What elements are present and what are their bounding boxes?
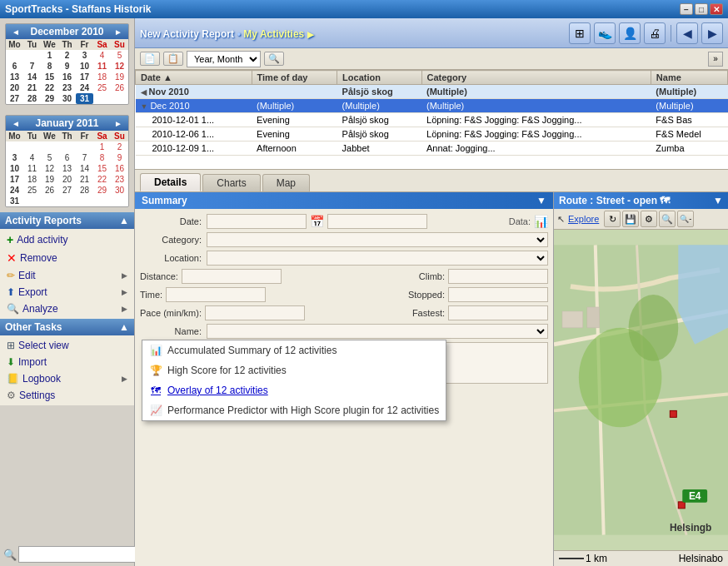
sidebar-search-bar: 🔍 [3,546,131,563]
sidebar-item-import[interactable]: ⬇ Import [0,354,134,370]
doc-btn[interactable]: 📄 [140,52,160,66]
table-row[interactable]: ▼Dec 2010 (Multiple) (Multiple) (Multipl… [136,99,728,113]
sidebar-item-edit[interactable]: ✏ Edit ▶ [0,267,134,284]
title-bar: SportTracks - Staffans Historik − □ ✕ [0,0,728,18]
map-toolbar: ↖ Explore ↻ 💾 ⚙ 🔍 🔍- [554,209,728,230]
overlay-icon: 🗺 [149,384,162,397]
summary-header: Summary ▼ [135,192,553,209]
explore-label[interactable]: Explore [568,214,599,224]
date-input2[interactable] [327,214,427,229]
calendar-header-january: ◄ January 2011 ► [6,116,128,131]
name-label: Name: [140,326,207,336]
accumulated-icon: 📊 [149,344,162,357]
svg-rect-5 [670,410,676,417]
pace-label: Pace (min/km): [140,308,205,318]
highscore-icon: 🏆 [149,364,162,377]
search-icon: 🔍 [3,549,17,561]
popup-item-accumulated[interactable]: 📊 Accumulated Summary of 12 activities [142,340,446,360]
map-zoom-out-btn[interactable]: 🔍- [677,211,694,227]
activity-reports-items: + Add activity ✕ Remove ✏ Edit ▶ ⬆ Expor… [0,229,134,319]
activity-reports-header[interactable]: Activity Reports ▲ [0,212,134,229]
tab-details[interactable]: Details [140,173,201,191]
calendar-icon[interactable]: 📅 [310,215,324,228]
analyze-arrow: ▶ [122,305,127,313]
svg-rect-3 [562,311,583,328]
svg-rect-4 [587,307,600,328]
data-icon[interactable]: 📊 [534,215,548,228]
popup-item-predictor[interactable]: 📈 Performance Predictor with High Score … [142,400,446,420]
toolbar-forward-btn[interactable]: ▶ [701,22,723,44]
fastest-label: Fastest: [412,308,448,318]
sidebar: ◄ December 2010 ► Mo Tu We Th Fr Sa Su 1 [0,18,135,566]
sidebar-item-add-activity[interactable]: + Add activity [0,231,134,249]
table-row[interactable]: 2010-12-09 1... Afternoon Jabbet Annat: … [136,142,728,156]
predictor-icon: 📈 [149,404,162,417]
toolbar-back-btn[interactable]: ◀ [676,22,698,44]
search-input[interactable] [18,546,142,563]
pace-input[interactable] [205,305,305,320]
map-body[interactable]: E4 Helsingb [554,230,728,550]
calendar-grid-december: 1 2 3 4 5 6 7 8 9 10 11 12 13 14 15 16 1 [6,50,128,104]
map-dropdown-btn[interactable]: ▼ [713,195,723,206]
date-label: Date: [140,216,207,226]
analyze-icon: 🔍 [7,303,19,315]
sidebar-item-select-view[interactable]: ⊞ Select view [0,337,134,354]
map-refresh-btn[interactable]: ↻ [604,211,621,227]
table-row[interactable]: 2010-12-06 1... Evening Pålsjö skog Löpn… [136,127,728,142]
calendar-next-january[interactable]: ► [112,119,125,128]
popup-item-overlay[interactable]: 🗺 Overlay of 12 activities [142,380,446,400]
climb-input[interactable] [448,269,548,284]
toolbar-grid-btn[interactable]: ⊞ [569,22,591,44]
location-label: Location: [140,253,207,263]
popup-item-highscore[interactable]: 🏆 High Score for 12 activities [142,360,446,380]
name-select[interactable] [207,324,548,339]
stopped-input[interactable] [448,287,548,302]
logbook-arrow: ▶ [122,375,127,383]
content-area: New Activity Report • My Activities ▶ ⊞ … [135,18,728,566]
sidebar-item-export[interactable]: ⬆ Export ▶ [0,284,134,300]
svg-text:E4: E4 [689,490,701,502]
sidebar-item-settings[interactable]: ⚙ Settings [0,387,134,404]
sidebar-item-remove[interactable]: ✕ Remove [0,249,134,267]
time-input[interactable] [166,287,266,302]
view-select[interactable]: Year, Month [187,51,261,67]
summary-dropdown-btn[interactable]: ▼ [536,195,546,206]
close-button[interactable]: ✕ [710,3,723,15]
col-category: Category [421,71,651,85]
sidebar-item-logbook[interactable]: 📒 Logbook ▶ [0,370,134,387]
minimize-button[interactable]: − [680,3,693,15]
expand-btn[interactable]: » [708,52,723,67]
details-map-container: Summary ▼ Date: 📅 Data: 📊 Cat [135,192,728,566]
toolbar-print-btn[interactable]: 🖨 [644,22,666,44]
toolbar-shoe-btn[interactable]: 👟 [594,22,616,44]
map-save-btn[interactable]: 💾 [622,211,639,227]
form-row-pace-fastest: Pace (min/km): Fastest: [140,305,548,320]
map-settings-btn[interactable]: ⚙ [641,211,657,227]
tabs-container: Details Charts Map [135,170,728,192]
maximize-button[interactable]: □ [695,3,708,15]
table-row[interactable]: 2010-12-01 1... Evening Pålsjö skog Löpn… [136,113,728,127]
map-zoom-in-btn[interactable]: 🔍 [659,211,676,227]
category-select[interactable] [207,232,548,247]
window-controls: − □ ✕ [680,3,723,15]
date-input[interactable] [207,214,307,229]
calendar-prev-january[interactable]: ◄ [9,119,22,128]
calendar-prev-december[interactable]: ◄ [9,27,22,37]
tab-map[interactable]: Map [262,174,310,191]
add-icon: + [7,233,13,246]
tab-charts[interactable]: Charts [202,174,260,191]
search-filter-btn[interactable]: 🔍 [264,52,284,66]
distance-input[interactable] [182,269,282,284]
clipboard-btn[interactable]: 📋 [163,52,183,66]
calendar-next-december[interactable]: ► [112,27,125,37]
sidebar-item-analyze[interactable]: 🔍 Analyze ▶ [0,300,134,317]
location-select[interactable] [207,251,548,266]
distance-label: Distance: [140,271,182,281]
other-tasks-header[interactable]: Other Tasks ▲ [0,319,134,335]
table-row[interactable]: ◀Nov 2010 Pålsjö skog (Multiple) (Multip… [136,85,728,99]
toolbar-person-btn[interactable]: 👤 [619,22,641,44]
settings-icon: ⚙ [7,390,16,401]
fastest-input[interactable] [448,305,548,320]
calendar-days-header-december: Mo Tu We Th Fr Sa Su [6,39,128,50]
calendar-grid-january: 1 2 3 4 5 6 7 8 9 10 11 12 13 14 15 16 1 [6,142,128,206]
